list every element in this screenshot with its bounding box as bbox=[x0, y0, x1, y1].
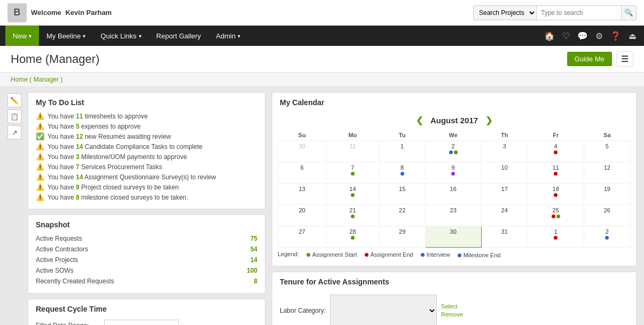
snapshot-card: Snapshot Active Requests 75 Active Contr… bbox=[28, 215, 265, 294]
todo-text: You have 12 new Resumés awaiting review bbox=[48, 133, 171, 140]
dot-green bbox=[454, 150, 458, 154]
cal-day-cell[interactable]: 1 bbox=[379, 141, 425, 162]
search-select[interactable]: Search Projects bbox=[473, 5, 536, 20]
cal-day-cell[interactable]: 3 bbox=[481, 141, 528, 162]
tenure-select-link[interactable]: Select bbox=[441, 303, 463, 311]
dot-blue2 bbox=[458, 253, 461, 257]
calendar-legend: Legend: Assignment Start Assignment End … bbox=[278, 248, 631, 259]
help-nav-icon[interactable]: ❓ bbox=[608, 29, 623, 43]
cal-day-cell[interactable]: 26 bbox=[584, 205, 630, 226]
nav-admin-label: Admin bbox=[216, 32, 235, 40]
side-icons: ✏️ 📋 ↗ bbox=[7, 92, 21, 325]
home-nav-icon[interactable]: 🏠 bbox=[542, 29, 557, 43]
gear-nav-icon[interactable]: ⚙ bbox=[593, 29, 605, 43]
cal-day-cell[interactable]: 31 bbox=[326, 141, 379, 162]
nav-reportgallery[interactable]: Report Gallery bbox=[149, 26, 209, 46]
dot-red bbox=[554, 172, 557, 176]
snapshot-value: 14 bbox=[250, 256, 257, 264]
nav-admin[interactable]: Admin ▾ bbox=[208, 26, 248, 46]
legend-milestone-end: Milestone End bbox=[458, 252, 501, 258]
share-icon: ↗ bbox=[12, 129, 18, 137]
cal-day-cell-today[interactable]: 30 bbox=[425, 226, 481, 248]
warning-icon: ⚠️ bbox=[36, 153, 44, 161]
cal-day-cell[interactable]: 9 bbox=[425, 162, 481, 184]
legend-assignment-start: Assignment Start bbox=[307, 251, 357, 258]
dot-red bbox=[554, 236, 557, 240]
cal-day-cell[interactable]: 8 bbox=[379, 162, 425, 184]
nav-mybeeline[interactable]: My Beeline ▾ bbox=[39, 26, 93, 46]
guide-me-button[interactable]: Guide Me bbox=[567, 52, 612, 66]
breadcrumb-link[interactable]: Home ( Manager ) bbox=[11, 76, 62, 83]
search-button[interactable]: 🔍 bbox=[622, 5, 637, 20]
cal-day-cell[interactable]: 13 bbox=[278, 184, 326, 205]
dot-blue bbox=[605, 236, 609, 240]
filled-date-row: Filled Date Range: bbox=[36, 318, 257, 325]
snapshot-row: Active Requests 75 bbox=[36, 233, 257, 244]
legend-text: Interview bbox=[427, 251, 450, 258]
right-column: My Calendar ❮ August 2017 ❯ Su Mo Tu We … bbox=[272, 92, 637, 325]
snapshot-row: Active Contractors 54 bbox=[36, 244, 257, 255]
warning-icon: ⚠️ bbox=[36, 183, 44, 191]
nav-quicklinks[interactable]: Quick Links ▾ bbox=[93, 26, 148, 46]
cal-day-cell[interactable]: 29 bbox=[379, 226, 425, 248]
calendar-prev-button[interactable]: ❮ bbox=[416, 115, 423, 125]
cal-day-cell[interactable]: 31 bbox=[481, 226, 528, 248]
warning-icon: ⚠️ bbox=[36, 122, 44, 130]
todo-item: ⚠️ You have 3 Milestone/UOM payments to … bbox=[36, 152, 257, 162]
logo-area: B Welcome Kevin Parham bbox=[7, 3, 112, 22]
cal-day-cell[interactable]: 30 bbox=[278, 141, 326, 162]
cal-day-cell[interactable]: 6 bbox=[278, 162, 326, 184]
cal-day-cell[interactable]: 14 bbox=[326, 184, 379, 205]
todo-text: You have 5 expenses to approve bbox=[48, 123, 140, 130]
nav-mybeeline-arrow: ▾ bbox=[83, 33, 85, 39]
cal-day-tu: Tu bbox=[379, 130, 425, 141]
cal-day-cell[interactable]: 20 bbox=[278, 205, 326, 226]
snapshot-value: 75 bbox=[250, 235, 257, 242]
nav-quicklinks-arrow: ▾ bbox=[139, 33, 142, 39]
cal-day-cell[interactable]: 2 bbox=[425, 141, 481, 162]
labor-category-select[interactable] bbox=[330, 295, 437, 325]
nav-new[interactable]: New ▾ bbox=[5, 26, 39, 46]
cal-day-cell[interactable]: 18 bbox=[528, 184, 584, 205]
todo-body: ⚠️ You have 11 timesheets to approve ⚠️ … bbox=[28, 111, 265, 209]
cal-day-cell[interactable]: 28 bbox=[326, 226, 379, 248]
cal-day-cell[interactable]: 16 bbox=[425, 184, 481, 205]
cal-day-cell[interactable]: 12 bbox=[584, 162, 630, 184]
legend-text: Milestone End bbox=[464, 252, 501, 258]
dot-red bbox=[554, 150, 557, 154]
cal-day-cell[interactable]: 7 bbox=[326, 162, 379, 184]
cal-day-cell[interactable]: 17 bbox=[481, 184, 528, 205]
cal-day-cell[interactable]: 15 bbox=[379, 184, 425, 205]
edit-icon-button[interactable]: ✏️ bbox=[7, 93, 21, 107]
cal-day-cell[interactable]: 19 bbox=[584, 184, 630, 205]
calendar-grid: Su Mo Tu We Th Fr Sa 30 31 bbox=[278, 130, 631, 248]
cal-day-cell[interactable]: 21 bbox=[326, 205, 379, 226]
cal-day-cell[interactable]: 2 bbox=[584, 226, 630, 248]
cal-week-row: 20 21 22 23 24 25 26 bbox=[278, 205, 631, 226]
chat-nav-icon[interactable]: 💬 bbox=[575, 29, 590, 43]
heart-nav-icon[interactable]: ♡ bbox=[560, 29, 572, 43]
share-icon-button[interactable]: ↗ bbox=[7, 125, 21, 139]
cal-day-cell[interactable]: 22 bbox=[379, 205, 425, 226]
dot-green bbox=[351, 172, 355, 176]
calendar-body: ❮ August 2017 ❯ Su Mo Tu We Th Fr Sa bbox=[272, 111, 636, 266]
cal-day-cell[interactable]: 10 bbox=[481, 162, 528, 184]
search-input[interactable] bbox=[536, 5, 622, 20]
cal-day-cell[interactable]: 1 bbox=[528, 226, 584, 248]
copy-icon-button[interactable]: 📋 bbox=[7, 109, 21, 123]
filled-date-input[interactable] bbox=[104, 320, 179, 325]
cal-day-cell[interactable]: 4 bbox=[528, 141, 584, 162]
filled-date-label: Filled Date Range: bbox=[36, 322, 100, 325]
tenure-remove-link[interactable]: Remove bbox=[441, 311, 463, 319]
dot-purple bbox=[451, 172, 455, 176]
cal-day-cell[interactable]: 25 bbox=[528, 205, 584, 226]
cal-day-cell[interactable]: 11 bbox=[528, 162, 584, 184]
calendar-next-button[interactable]: ❯ bbox=[485, 115, 492, 125]
logout-nav-icon[interactable]: ⏏ bbox=[626, 29, 639, 43]
menu-icon-button[interactable]: ☰ bbox=[616, 51, 633, 67]
legend-text: Assignment End bbox=[371, 251, 413, 258]
cal-day-cell[interactable]: 27 bbox=[278, 226, 326, 248]
cal-day-cell[interactable]: 24 bbox=[481, 205, 528, 226]
cal-day-cell[interactable]: 23 bbox=[425, 205, 481, 226]
cal-day-cell[interactable]: 5 bbox=[584, 141, 630, 162]
